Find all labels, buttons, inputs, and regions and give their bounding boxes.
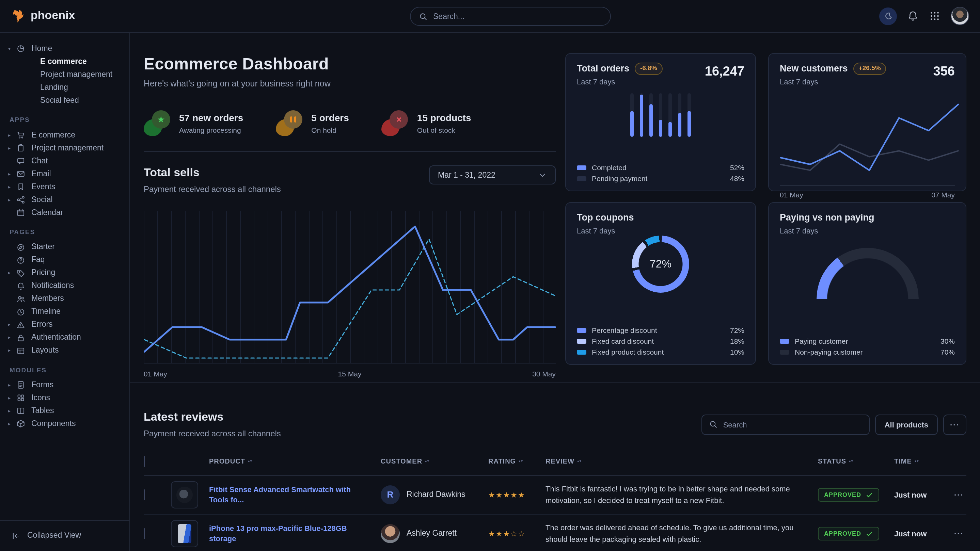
sidebar-item-email[interactable]: ▸ Email bbox=[8, 167, 121, 180]
product-thumbnail-iphone[interactable] bbox=[171, 520, 198, 547]
tag-icon bbox=[16, 268, 25, 277]
sidebar-item-label: E commerce bbox=[40, 56, 87, 67]
sidebar-item-home[interactable]: ▾ Home bbox=[8, 42, 121, 55]
product-thumbnail-smartwatch[interactable] bbox=[171, 481, 198, 508]
sidebar-item-pricing[interactable]: ▸ Pricing bbox=[8, 267, 121, 279]
total-sells-chart[interactable] bbox=[144, 211, 556, 364]
sidebar-item-landing[interactable]: Landing bbox=[8, 81, 121, 94]
all-products-button[interactable]: All products bbox=[875, 414, 938, 435]
caret-right-icon: ▸ bbox=[8, 132, 16, 138]
sidebar-item-project-management-home[interactable]: Project management bbox=[8, 68, 121, 81]
row-checkbox[interactable] bbox=[144, 528, 145, 539]
sidebar-item-forms[interactable]: ▸ Forms bbox=[8, 379, 121, 392]
caret-right-icon: ▸ bbox=[8, 421, 16, 427]
sidebar-item-label: Tables bbox=[31, 406, 54, 416]
review-text: The order was delivered ahead of schedul… bbox=[546, 522, 818, 545]
sidebar-item-notifications[interactable]: Notifications bbox=[8, 279, 121, 292]
reviews-search-input[interactable] bbox=[723, 420, 862, 429]
sidebar-item-label: Email bbox=[31, 168, 51, 179]
column-review[interactable]: REVIEW▴▾ bbox=[546, 457, 818, 466]
card-title: Top coupons bbox=[577, 212, 634, 224]
notifications-button[interactable] bbox=[907, 10, 919, 22]
reviews-search[interactable] bbox=[702, 414, 870, 435]
global-search[interactable] bbox=[410, 7, 611, 26]
search-icon bbox=[709, 420, 718, 429]
sidebar-item-layouts[interactable]: ▸ Layouts bbox=[8, 344, 121, 357]
product-link[interactable]: iPhone 13 pro max-Pacific Blue-128GB sto… bbox=[209, 524, 381, 544]
sidebar-item-icons[interactable]: ▸ Icons bbox=[8, 392, 121, 405]
sidebar-item-errors[interactable]: ▸ Errors bbox=[8, 318, 121, 331]
sidebar-item-label: Members bbox=[31, 294, 64, 304]
reviews-more-button[interactable]: ··· bbox=[943, 414, 966, 435]
sidebar-item-members[interactable]: Members bbox=[8, 292, 121, 305]
theme-toggle-button[interactable] bbox=[879, 7, 897, 25]
total-sells-x-axis: 01 May 15 May 30 May bbox=[144, 369, 556, 379]
sidebar-item-project-management[interactable]: ▸ Project management bbox=[8, 141, 121, 154]
grid-9-icon bbox=[929, 10, 940, 22]
sidebar-item-social-feed[interactable]: Social feed bbox=[8, 94, 121, 107]
review-time: Just now bbox=[894, 490, 946, 500]
brand-logo[interactable]: phoenix bbox=[11, 8, 75, 24]
sidebar-item-label: Timeline bbox=[31, 306, 60, 317]
column-product[interactable]: PRODUCT▴▾ bbox=[209, 457, 381, 466]
legend-paying-customer: Paying customer 30% bbox=[780, 335, 955, 346]
table-row: iPhone 13 pro max-Pacific Blue-128GB sto… bbox=[144, 514, 966, 551]
caret-right-icon: ▸ bbox=[8, 395, 16, 401]
rating-stars: ★★★☆☆ bbox=[488, 529, 546, 539]
sidebar-item-label: Social bbox=[31, 194, 53, 205]
legend-completed: Completed 52% bbox=[577, 162, 745, 173]
sidebar-item-chat[interactable]: Chat bbox=[8, 154, 121, 167]
date-range-select[interactable]: Mar 1 - 31, 2022 bbox=[429, 166, 556, 185]
column-customer[interactable]: CUSTOMER▴▾ bbox=[381, 457, 488, 466]
product-link[interactable]: Fitbit Sense Advanced Smartwatch with To… bbox=[209, 485, 381, 505]
search-input[interactable] bbox=[433, 12, 602, 21]
sidebar-item-faq[interactable]: Faq bbox=[8, 254, 121, 267]
sidebar-item-tables[interactable]: ▸ Tables bbox=[8, 405, 121, 418]
total-orders-card: Total orders -6.8% Last 7 days 16,247 Co… bbox=[565, 53, 756, 191]
new-customers-value: 356 bbox=[933, 63, 955, 80]
apps-menu-button[interactable] bbox=[929, 10, 940, 22]
sort-icon: ▴▾ bbox=[425, 460, 430, 463]
sidebar-item-authentication[interactable]: ▸ Authentication bbox=[8, 331, 121, 344]
x-tick: 30 May bbox=[532, 369, 556, 379]
stat-value: 15 products bbox=[417, 112, 471, 125]
customer-avatar[interactable]: R bbox=[381, 485, 400, 504]
stat-label: Out of stock bbox=[417, 125, 471, 135]
users-icon bbox=[16, 294, 25, 303]
user-avatar[interactable] bbox=[951, 7, 969, 25]
file-text-icon bbox=[16, 381, 25, 390]
caret-right-icon: ▸ bbox=[8, 196, 16, 203]
page-subtitle: Here's what's going on at your business … bbox=[144, 79, 556, 90]
sidebar-item-ecommerce[interactable]: ▸ E commerce bbox=[8, 129, 121, 141]
sort-icon: ▴▾ bbox=[849, 460, 853, 463]
row-checkbox[interactable] bbox=[144, 489, 145, 500]
bell-icon bbox=[907, 10, 919, 22]
collapsed-view-toggle[interactable]: Collapsed View bbox=[0, 520, 129, 551]
sidebar-item-starter[interactable]: Starter bbox=[8, 241, 121, 254]
column-status[interactable]: STATUS▴▾ bbox=[818, 457, 894, 466]
sort-icon: ▴▾ bbox=[248, 460, 252, 463]
sidebar-item-components[interactable]: ▸ Components bbox=[8, 418, 121, 430]
change-badge: +26.5% bbox=[853, 63, 886, 75]
row-menu-button[interactable]: ··· bbox=[946, 529, 966, 539]
row-menu-button[interactable]: ··· bbox=[946, 490, 966, 500]
customer-avatar[interactable] bbox=[381, 524, 400, 543]
column-time[interactable]: TIME▴▾ bbox=[894, 457, 946, 466]
sidebar-item-label: Chat bbox=[31, 156, 48, 166]
sidebar-item-timeline[interactable]: Timeline bbox=[8, 305, 121, 318]
select-all-checkbox[interactable] bbox=[144, 456, 145, 467]
card-title: Total orders bbox=[577, 63, 629, 75]
card-period: Last 7 days bbox=[780, 77, 955, 87]
search-icon bbox=[419, 12, 428, 21]
stat-out-of-stock: × 15 products Out of stock bbox=[382, 111, 471, 137]
sidebar-item-social[interactable]: ▸ Social bbox=[8, 193, 121, 206]
sidebar-item-events[interactable]: ▸ Events bbox=[8, 180, 121, 193]
caret-down-icon: ▾ bbox=[8, 46, 16, 52]
card-title: New customers bbox=[780, 63, 848, 75]
sidebar-item-ecommerce-home[interactable]: E commerce bbox=[8, 55, 121, 68]
column-rating[interactable]: RATING▴▾ bbox=[488, 457, 546, 466]
reviews-title: Latest reviews bbox=[144, 410, 281, 426]
brand-name: phoenix bbox=[31, 8, 75, 24]
sidebar-item-calendar[interactable]: Calendar bbox=[8, 206, 121, 219]
compass-icon bbox=[16, 243, 25, 251]
